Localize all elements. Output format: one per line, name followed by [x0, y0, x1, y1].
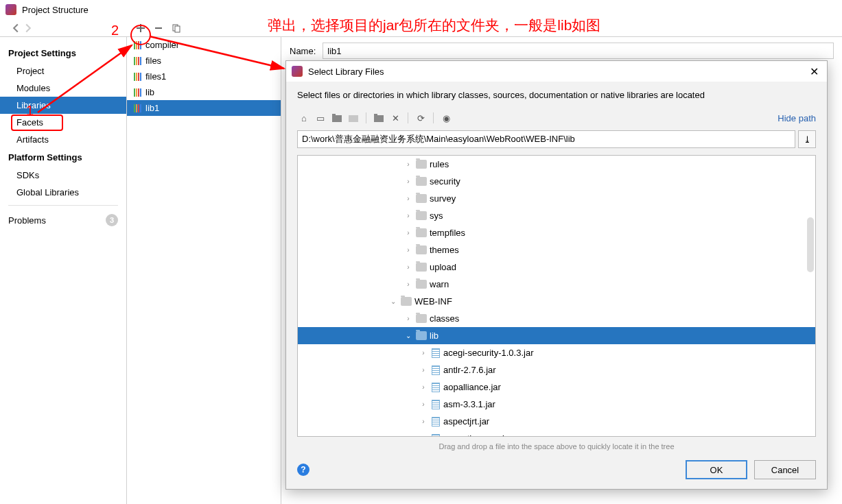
library-item-lib1[interactable]: lib1 [127, 100, 281, 116]
tree-node-acegi-security-1-0-3-jar[interactable]: ›acegi-security-1.0.3.jar [298, 344, 815, 361]
tree-node-label: lib [430, 331, 438, 341]
tree-node-upload[interactable]: ›upload [298, 259, 815, 276]
chevron-right-icon[interactable]: › [419, 366, 428, 374]
library-icon [134, 57, 141, 65]
tree-node-aspectjweaver-jar[interactable]: ›aspectjweaver.jar [298, 430, 815, 436]
tree-node-warn[interactable]: ›warn [298, 276, 815, 293]
svg-rect-5 [374, 115, 384, 122]
chevron-right-icon[interactable]: › [419, 400, 428, 408]
tree-node-web-inf[interactable]: ⌄WEB-INF [298, 293, 815, 310]
tree-node-antlr-2-7-6-jar[interactable]: ›antlr-2.7.6.jar [298, 361, 815, 379]
tree-node-label: rules [430, 159, 449, 169]
tree-node-asm-3-3-1-jar[interactable]: ›asm-3.3.1.jar [298, 396, 815, 413]
tree-node-security[interactable]: ›security [298, 173, 815, 190]
chevron-right-icon[interactable]: › [404, 160, 413, 168]
chevron-right-icon[interactable]: › [419, 418, 428, 425]
chevron-right-icon[interactable]: › [404, 263, 413, 271]
ok-button[interactable]: OK [686, 460, 747, 479]
chevron-right-icon[interactable]: › [404, 212, 413, 219]
sidebar-item-libraries[interactable]: Libraries [0, 97, 126, 114]
jar-icon [432, 348, 440, 358]
chevron-right-icon[interactable]: › [404, 195, 413, 202]
tree-node-survey[interactable]: ›survey [298, 190, 815, 207]
svg-rect-3 [332, 114, 336, 116]
forward-icon[interactable] [23, 23, 33, 33]
library-name-input[interactable] [323, 43, 834, 59]
home-icon[interactable]: ⌂ [297, 111, 311, 125]
jar-icon [432, 400, 440, 409]
sidebar-item-modules[interactable]: Modules [0, 80, 126, 97]
tree-node-label: WEB-INF [414, 296, 452, 307]
tree-node-label: tempfiles [430, 228, 465, 238]
tree-node-sys[interactable]: ›sys [298, 207, 815, 224]
dialog-description: Select files or directories in which lib… [286, 82, 827, 108]
annotation-box-libraries [11, 115, 63, 131]
show-hidden-icon[interactable]: ◉ [439, 111, 453, 125]
chevron-right-icon[interactable]: › [404, 315, 413, 322]
tree-node-label: classes [430, 313, 459, 324]
tree-node-aopalliance-jar[interactable]: ›aopalliance.jar [298, 379, 815, 396]
jar-icon [432, 434, 440, 437]
chevron-right-icon[interactable]: › [404, 280, 413, 288]
window-title: Project Structure [22, 5, 89, 15]
folder-icon [416, 160, 427, 169]
chevron-down-icon[interactable]: ⌄ [404, 332, 413, 339]
tree-node-label: antlr-2.7.6.jar [443, 365, 496, 375]
copy-button[interactable] [169, 21, 184, 36]
sidebar-item-global-libraries[interactable]: Global Libraries [0, 184, 126, 201]
refresh-icon[interactable]: ⟳ [414, 111, 428, 125]
folder-icon [416, 280, 427, 289]
chevron-right-icon[interactable]: › [419, 435, 428, 436]
library-item-files1[interactable]: files1 [127, 69, 281, 84]
chevron-right-icon[interactable]: › [404, 246, 413, 254]
hide-path-link[interactable]: Hide path [777, 113, 816, 123]
tree-node-aspectjrt-jar[interactable]: ›aspectjrt.jar [298, 413, 815, 430]
chevron-down-icon[interactable]: ⌄ [388, 298, 398, 305]
select-library-files-dialog: Select Library Files ✕ Select files or d… [285, 60, 828, 490]
tree-node-classes[interactable]: ›classes [298, 310, 815, 327]
sidebar-item-artifacts[interactable]: Artifacts [0, 131, 126, 148]
jar-icon [432, 365, 440, 375]
problems-item[interactable]: Problems 3 [0, 210, 126, 230]
library-item-compiler[interactable]: compiler [127, 37, 281, 53]
help-icon[interactable]: ? [297, 464, 309, 476]
folder-icon [416, 211, 427, 220]
scrollbar[interactable] [807, 217, 814, 272]
tree-node-rules[interactable]: ›rules [298, 156, 815, 173]
sidebar: Project Settings ProjectModulesLibraries… [0, 37, 127, 504]
new-folder-icon[interactable] [372, 111, 386, 125]
desktop-icon[interactable]: ▭ [314, 111, 327, 125]
remove-button[interactable] [151, 21, 166, 36]
folder-icon [416, 228, 427, 237]
chevron-right-icon[interactable]: › [419, 383, 428, 391]
close-icon[interactable]: ✕ [807, 65, 821, 78]
tree-node-themes[interactable]: ›themes [298, 241, 815, 259]
sidebar-item-project[interactable]: Project [0, 62, 126, 80]
problems-label: Problems [8, 215, 46, 226]
tree-node-lib[interactable]: ⌄lib [298, 327, 815, 344]
tree-node-label: survey [430, 193, 456, 204]
path-history-button[interactable]: ⤓ [798, 130, 816, 148]
cancel-button[interactable]: Cancel [754, 460, 816, 479]
project-folder-icon[interactable] [330, 111, 344, 125]
chevron-right-icon[interactable]: › [404, 229, 413, 237]
platform-settings-heading: Platform Settings [0, 148, 126, 167]
path-input[interactable] [297, 130, 795, 148]
folder-icon [416, 177, 427, 186]
svg-rect-1 [175, 26, 180, 32]
tree-node-label: sys [430, 211, 443, 221]
sidebar-item-sdks[interactable]: SDKs [0, 167, 126, 184]
tree-node-label: asm-3.3.1.jar [443, 399, 495, 409]
chevron-right-icon[interactable]: › [419, 349, 428, 357]
sidebar-separator [8, 205, 118, 206]
library-item-files[interactable]: files [127, 53, 281, 69]
library-item-lib[interactable]: lib [127, 84, 281, 100]
annotation-oval-add [130, 25, 151, 45]
delete-icon[interactable]: ✕ [388, 111, 402, 125]
file-tree[interactable]: ›rules›security›survey›sys›tempfiles›the… [297, 155, 816, 437]
tree-node-tempfiles[interactable]: ›tempfiles [298, 224, 815, 241]
folder-icon [401, 297, 412, 306]
module-folder-icon[interactable] [347, 111, 360, 125]
chevron-right-icon[interactable]: › [404, 178, 413, 185]
back-icon[interactable] [11, 23, 21, 33]
